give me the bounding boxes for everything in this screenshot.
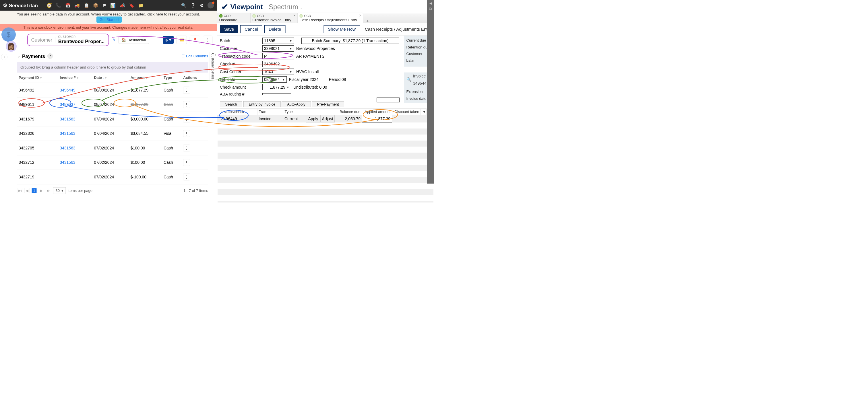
pager-current[interactable]: 1	[32, 188, 37, 193]
table-row[interactable]: 3432712 3431563 07/02/2024 $100.00 Cash …	[17, 155, 208, 170]
table-row[interactable]: 3432705 3431563 07/02/2024 $100.00 Cash …	[17, 141, 208, 156]
col-invoice[interactable]: Invoice #▾	[58, 73, 92, 83]
col-invoice-check[interactable]: Invoice/check	[220, 109, 257, 115]
primary-action-button[interactable]: $▾	[163, 36, 174, 44]
pager-last[interactable]: ⏭	[46, 188, 51, 193]
col-payment-id[interactable]: Payment ID▾	[17, 73, 58, 83]
vp-brand[interactable]: ✔ Viewpoint Spectrum.	[221, 2, 302, 12]
col-balance-due[interactable]: Balance due	[306, 109, 362, 115]
check-amount-field[interactable]: 1,877.29▼	[262, 84, 291, 90]
check-field[interactable]: 3496492	[262, 61, 291, 67]
table-row[interactable]: 3432326 3431563 07/04/2024 $3,684.55 Vis…	[17, 126, 208, 141]
filter-icon[interactable]: ▾	[77, 76, 79, 79]
cell-applied[interactable]: 1,877.29	[362, 115, 392, 123]
table-row[interactable]: 3432719 07/02/2024 $-100.00 Cash ⋮	[17, 170, 208, 184]
sort-down-icon[interactable]: ↓	[102, 76, 104, 79]
box-icon[interactable]: 📦	[93, 3, 98, 8]
cancel-button[interactable]: Cancel	[240, 25, 262, 33]
dropdown-icon[interactable]: ▼	[286, 86, 289, 89]
panel-icon[interactable]: ⧉	[427, 5, 434, 11]
card-button[interactable]: 💳	[177, 36, 187, 44]
table-row[interactable]: 3496492 3496449 08/09/2024 $1,877.29 Cas…	[17, 83, 208, 98]
search-icon[interactable]: 🔍	[406, 76, 412, 83]
cell-actions[interactable]: ⋮	[182, 97, 208, 112]
table-row[interactable]: 3489611 3489537 08/07/2024 $1,877.29 Cas…	[17, 97, 208, 112]
cell-invoice[interactable]: 3496449	[58, 83, 92, 98]
clipboard-icon[interactable]: 📋	[84, 3, 89, 8]
flag-icon[interactable]: ⚑	[102, 3, 106, 8]
cell-actions[interactable]: ⋮	[182, 155, 208, 170]
right-rail[interactable]: ◀ ⧉	[427, 0, 434, 183]
col-type[interactable]: Type	[162, 73, 182, 83]
customer-field[interactable]: 3398021▼	[262, 45, 294, 52]
apply-button[interactable]: Apply	[306, 115, 320, 123]
calendar-icon[interactable]: 📅	[65, 3, 71, 8]
col-amount[interactable]: Amount▾	[129, 73, 162, 83]
vp-tab[interactable]: CCDCash Receipts / Adjustments Entry✕	[298, 12, 363, 23]
pager-perpage[interactable]: 30▾	[53, 187, 66, 194]
more-button[interactable]: ⋮	[203, 36, 212, 44]
cell-actions[interactable]: ⋮	[182, 141, 208, 156]
location-button[interactable]: 📍	[190, 36, 200, 44]
globe-icon[interactable]: 🧭	[46, 3, 52, 8]
dropdown-icon[interactable]: ▼	[289, 70, 292, 73]
settings-icon[interactable]: ⚙	[200, 3, 204, 8]
tcode-field[interactable]: P▼	[262, 53, 294, 59]
help-icon[interactable]: ❔	[190, 3, 196, 8]
cell-invoice[interactable]: 3489537	[58, 97, 92, 112]
save-button[interactable]: Save	[220, 25, 238, 33]
collapse-icon[interactable]: ⌄	[17, 54, 20, 58]
col-type[interactable]: Type	[283, 109, 306, 115]
col-date[interactable]: Date↓▾	[92, 73, 129, 83]
group-by-bar[interactable]: Grouped by: Drag a column header and dro…	[17, 62, 208, 73]
adjust-button[interactable]: Adjust	[320, 115, 335, 123]
cell-invoice[interactable]: 3431563	[58, 155, 92, 170]
truck-icon[interactable]: 🚚	[74, 3, 80, 8]
filter-icon[interactable]: ▾	[40, 76, 42, 79]
col-dropdown[interactable]: ▼	[421, 109, 427, 115]
grid-row[interactable]: 3496449 Invoice Current Apply Adjust 2,0…	[217, 115, 434, 123]
vp-tab[interactable]: CCDDashboard	[217, 12, 250, 23]
vp-tab[interactable]: CCDCustomer Invoice Entry✕	[250, 12, 297, 23]
edit-icon[interactable]: ✎	[113, 38, 116, 42]
filter-icon[interactable]: ▾	[105, 76, 106, 79]
grid-button-entry-by-invoice[interactable]: Entry by Invoice	[243, 101, 280, 107]
close-icon[interactable]: ✕	[293, 13, 296, 17]
pager-prev[interactable]: ◀	[24, 188, 30, 193]
cell-invoice[interactable]: 3431563	[58, 126, 92, 141]
filter-icon[interactable]: ▾	[146, 76, 147, 79]
edit-columns-link[interactable]: ☷Edit Columns	[181, 54, 208, 59]
brand-logo[interactable]: ⚙ServiceTitan	[3, 2, 38, 8]
cell-actions[interactable]: ⋮	[182, 112, 208, 127]
table-row[interactable]: 3431679 3431563 07/04/2024 $3,000.00 Cas…	[17, 112, 208, 127]
folder-icon[interactable]: 📁	[138, 3, 144, 8]
aba-field[interactable]	[262, 93, 291, 95]
search-icon[interactable]: 🔍	[181, 3, 187, 8]
dropdown-icon[interactable]: ▼	[289, 39, 292, 42]
cell-invoice[interactable]: 3431563	[58, 141, 92, 156]
add-tab-button[interactable]: +	[363, 19, 372, 23]
costcenter-field[interactable]: 1040▼	[262, 69, 294, 75]
cell-invoice[interactable]: 3431563	[58, 112, 92, 127]
col-discount-taken[interactable]: Discount taken	[392, 109, 421, 115]
dropdown-icon[interactable]: ▼	[289, 55, 292, 58]
chevron-left-icon[interactable]: ◀	[427, 0, 434, 5]
dropdown-icon[interactable]: ▼	[282, 78, 285, 81]
get-started-button[interactable]: Get Started	[96, 16, 122, 23]
cell-actions[interactable]: ⋮	[182, 170, 208, 184]
residential-chip[interactable]: 🏠Residential	[119, 36, 149, 44]
pager-next[interactable]: ▶	[39, 188, 44, 193]
bookmark-icon[interactable]: 🔖	[129, 3, 134, 8]
customer-details-tab[interactable]: ‹ Customer Details	[210, 52, 217, 81]
cell-actions[interactable]: ⋮	[182, 83, 208, 98]
customer-pill[interactable]: Customer CUSTOMER Brentwood Proper...	[27, 34, 109, 46]
delete-button[interactable]: Delete	[265, 25, 285, 33]
grid-search-field[interactable]	[377, 98, 400, 102]
cell-invoice[interactable]	[58, 170, 92, 184]
gldate-field[interactable]: 08/09/24▼	[262, 76, 287, 82]
grid-button-pre-payment[interactable]: Pre-Payment	[312, 101, 344, 107]
col-tran[interactable]: Tran	[257, 109, 283, 115]
dropdown-icon[interactable]: ▼	[289, 47, 292, 50]
show-me-how-button[interactable]: Show Me How	[323, 25, 360, 33]
chart-icon[interactable]: 📊	[110, 3, 116, 8]
